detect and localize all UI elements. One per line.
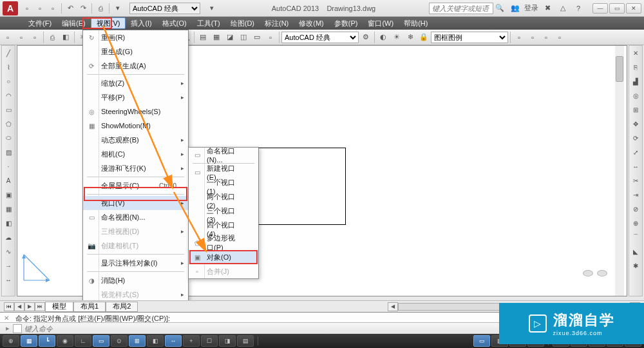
vtb-circle-icon[interactable]: ○ xyxy=(2,75,15,88)
menu-regen-all[interactable]: ⟳全部重生成(A) xyxy=(83,59,188,73)
sb-model-icon[interactable]: ▭ xyxy=(473,335,490,347)
menu-dimension[interactable]: 标注(N) xyxy=(260,17,294,29)
menu-view[interactable]: 视图(V) xyxy=(91,17,126,29)
vtb-arc-icon[interactable]: ◠ xyxy=(2,89,15,102)
vtb-hatch-icon[interactable]: ▨ xyxy=(2,146,15,159)
sb-osnap-icon[interactable]: ▭ xyxy=(93,335,109,347)
tab-next-icon[interactable]: ▶ xyxy=(24,302,35,311)
sb-dyn-icon[interactable]: ↔ xyxy=(165,335,182,347)
menu-window[interactable]: 窗口(W) xyxy=(363,17,399,29)
vtb-extend-icon[interactable]: ⇥ xyxy=(629,188,642,201)
vtb-erase-icon[interactable]: ✕ xyxy=(629,46,642,59)
vtb-mirror-icon[interactable]: ▟ xyxy=(629,75,642,88)
tb-new-icon[interactable]: ▫ xyxy=(1,31,14,44)
menu-named-views[interactable]: ▭命名视图(N)... xyxy=(83,210,188,224)
vtb-chamfer-icon[interactable]: ◣ xyxy=(629,245,642,258)
menu-zoom[interactable]: 缩放(Z)▸ xyxy=(83,76,188,90)
menu-showmotion[interactable]: ▦ShowMotion(M) xyxy=(83,119,188,133)
tb-calc-icon[interactable]: ▫ xyxy=(264,31,277,44)
tb-properties-icon[interactable]: ▦ xyxy=(210,31,223,44)
tb-layer2-icon[interactable]: ☀ xyxy=(390,31,403,44)
vtb-pline-icon[interactable]: ⌇ xyxy=(2,61,15,73)
qat-redo-icon[interactable]: ↷ xyxy=(77,3,89,14)
menu-insert[interactable]: 插入(I) xyxy=(126,17,156,29)
menu-draw[interactable]: 绘图(D) xyxy=(225,17,260,29)
menu-format[interactable]: 格式(O) xyxy=(157,17,192,29)
vertical-scrollbar[interactable] xyxy=(615,46,624,296)
tb-layer1-icon[interactable]: ◐ xyxy=(377,31,390,44)
submenu-object[interactable]: ▣对象(O) xyxy=(189,250,258,264)
qat-undo-icon[interactable]: ↶ xyxy=(64,3,76,14)
qat-new-icon[interactable]: ▫ xyxy=(21,3,33,14)
tb-layer3-icon[interactable]: ❄ xyxy=(404,31,417,44)
sb-snap-icon[interactable]: ▦ xyxy=(21,335,37,347)
submenu-named[interactable]: ▭命名视口(N)... xyxy=(189,148,258,162)
search-icon[interactable]: 🔍 xyxy=(494,3,506,14)
vtb-block-icon[interactable]: ▣ xyxy=(2,188,15,201)
cmdline-close-icon[interactable]: ✕ xyxy=(3,314,10,322)
vtb-stretch-icon[interactable]: ↔ xyxy=(629,160,642,173)
sb-tpy-icon[interactable]: ☐ xyxy=(201,335,218,347)
minimize-button[interactable]: — xyxy=(592,3,608,14)
tab-hscroll-left-icon[interactable]: ◀ xyxy=(388,302,398,311)
login-label[interactable]: 登录 xyxy=(524,3,538,13)
sb-infer-icon[interactable]: ⊕ xyxy=(3,335,19,347)
exchange-icon[interactable]: ✖ xyxy=(542,3,553,14)
vtb-rotate-icon[interactable]: ⟳ xyxy=(629,131,642,144)
tab-layout2[interactable]: 布局2 xyxy=(106,302,138,312)
tb-design-icon[interactable]: ◪ xyxy=(223,31,236,44)
menu-parametric[interactable]: 参数(P) xyxy=(329,17,363,29)
app-logo[interactable]: A xyxy=(3,1,18,15)
sb-ducs-icon[interactable]: ◧ xyxy=(147,335,164,347)
tb-b-icon[interactable]: ▫ xyxy=(526,31,539,44)
menu-pan[interactable]: 平移(P)▸ xyxy=(83,90,188,104)
maximize-button[interactable]: ▭ xyxy=(609,3,625,14)
menu-viewport[interactable]: 视口(V)▸ xyxy=(83,196,188,210)
vtb-scale-icon[interactable]: ⤢ xyxy=(629,146,642,159)
qat-workspace-icon[interactable]: ▾ xyxy=(206,3,218,14)
sb-sc-icon[interactable]: ▤ xyxy=(237,335,254,347)
workspace-select[interactable]: AutoCAD 经典 xyxy=(129,3,200,14)
tb-sheet-icon[interactable]: ▭ xyxy=(251,31,263,44)
vtb-cloud-icon[interactable]: ☁ xyxy=(2,231,15,244)
tb-tool-icon[interactable]: ◫ xyxy=(237,31,250,44)
viewcube-placeholder[interactable] xyxy=(583,270,607,276)
vtb-offset-icon[interactable]: ◎ xyxy=(629,89,642,102)
vtb-break-icon[interactable]: ⊘ xyxy=(629,202,642,215)
menu-edit[interactable]: 编辑(E) xyxy=(57,17,91,29)
vtb-join-icon[interactable]: ⊕ xyxy=(629,217,642,229)
menu-redraw[interactable]: ↻重画(R) xyxy=(83,30,188,44)
qat-more-icon[interactable]: ▾ xyxy=(112,3,124,14)
tb-d-icon[interactable]: ▫ xyxy=(553,31,566,44)
sb-polar-icon[interactable]: ∟ xyxy=(75,335,91,347)
sb-3dosnap-icon[interactable]: ⊙ xyxy=(111,335,128,347)
tb-layer4-icon[interactable]: 🔒 xyxy=(417,31,430,44)
vtb-xline-icon[interactable]: ↔ xyxy=(2,273,15,286)
submenu-polygonal[interactable]: ⬠多边形视口(P) xyxy=(189,236,258,250)
sb-ortho-icon[interactable]: ◉ xyxy=(57,335,73,347)
tb-layer-icon[interactable]: ▤ xyxy=(196,31,209,44)
vtb-text-icon[interactable]: A xyxy=(2,174,15,187)
linetype-select[interactable]: 图框图例 xyxy=(431,32,508,43)
cloud-icon[interactable]: △ xyxy=(557,3,569,14)
vtb-line-icon[interactable]: ╱ xyxy=(2,46,15,59)
cmd-badge-icon[interactable] xyxy=(13,324,22,333)
vtb-trim-icon[interactable]: ✂ xyxy=(629,174,642,187)
tab-layout1[interactable]: 布局1 xyxy=(73,302,106,312)
tb-plot-icon[interactable]: ⎙ xyxy=(46,31,59,44)
vtb-region-icon[interactable]: ◧ xyxy=(2,217,15,229)
menu-modify[interactable]: 修改(M) xyxy=(294,17,329,29)
tab-prev-icon[interactable]: ◀ xyxy=(14,302,24,311)
vtb-rect-icon[interactable]: ▭ xyxy=(2,103,15,116)
vtb-copy-icon[interactable]: ⎘ xyxy=(629,61,642,73)
vtb-table-icon[interactable]: ▦ xyxy=(2,202,15,215)
menu-fullscreen[interactable]: 全屏显示(C)Ctrl+0 xyxy=(83,179,188,193)
vtb-fillet-icon[interactable]: ⌒ xyxy=(629,231,642,244)
help-icon[interactable]: ? xyxy=(573,3,584,14)
tab-last-icon[interactable]: ⏭ xyxy=(35,302,45,311)
menu-help[interactable]: 帮助(H) xyxy=(399,17,433,29)
menu-walkfly[interactable]: 漫游和飞行(K)▸ xyxy=(83,161,188,175)
vtb-spline-icon[interactable]: ∿ xyxy=(2,245,15,258)
tab-model[interactable]: 模型 xyxy=(45,302,73,312)
tb-save-icon[interactable]: ▫ xyxy=(28,31,41,44)
